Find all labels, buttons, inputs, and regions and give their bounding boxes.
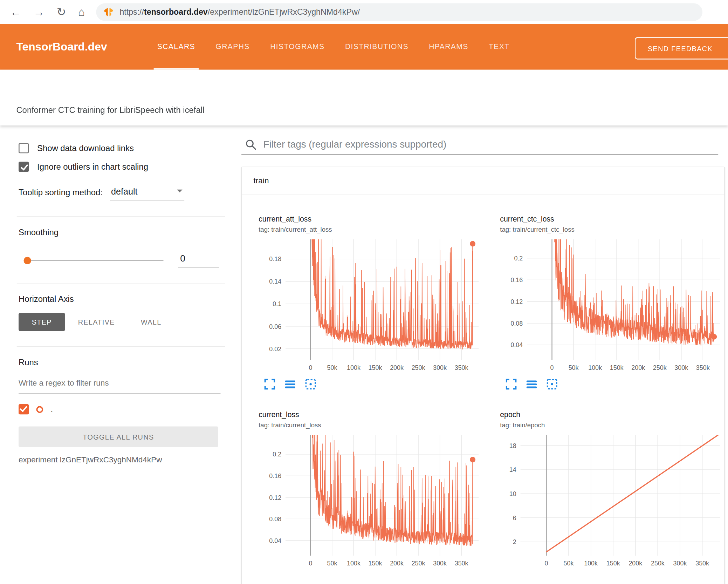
svg-text:350k: 350k <box>455 560 468 567</box>
fullscreen-icon[interactable] <box>263 378 276 391</box>
svg-text:150k: 150k <box>606 560 620 567</box>
tab-distributions[interactable]: DISTRIBUTIONS <box>335 24 419 70</box>
page-root: ← → ↻ ⌂ https://tensorboard.dev/experime… <box>0 0 728 584</box>
axis-relative-button[interactable]: RELATIVE <box>70 313 122 331</box>
svg-text:150k: 150k <box>610 364 624 371</box>
show-download-label: Show data download links <box>37 143 134 153</box>
svg-text:0.1: 0.1 <box>273 300 281 307</box>
lines-icon[interactable] <box>525 378 538 391</box>
fit-domain-icon[interactable] <box>304 378 317 391</box>
tooltip-sorting-label: Tooltip sorting method: <box>19 188 103 201</box>
chart-plot: 26101418050k100k150k200k250k300k350k <box>500 433 723 569</box>
chart-title: current_loss <box>259 410 483 419</box>
experiment-title: Conformer CTC training for LibriSpeech w… <box>16 106 204 115</box>
svg-text:100k: 100k <box>347 560 360 567</box>
home-icon[interactable]: ⌂ <box>78 7 85 18</box>
train-group-card: train current_att_loss tag: train/curren… <box>241 167 725 584</box>
svg-text:50k: 50k <box>327 560 337 567</box>
svg-text:250k: 250k <box>651 560 665 567</box>
browser-chrome: ← → ↻ ⌂ https://tensorboard.dev/experime… <box>0 0 728 24</box>
app-header: TensorBoard.dev SCALARS GRAPHS HISTOGRAM… <box>0 24 728 70</box>
settings-sidebar: Show data download links Ignore outliers… <box>0 125 232 584</box>
lines-icon[interactable] <box>284 378 297 391</box>
run-name: . <box>50 405 53 414</box>
axis-step-button[interactable]: STEP <box>19 313 65 331</box>
smoothing-value-input[interactable] <box>178 253 219 268</box>
axis-wall-button[interactable]: WALL <box>128 313 174 331</box>
refresh-icon[interactable]: ↻ <box>57 7 66 18</box>
svg-text:0.06: 0.06 <box>269 323 281 330</box>
svg-text:10: 10 <box>509 490 516 497</box>
run-row: . <box>19 404 220 414</box>
horizontal-axis-label: Horizontal Axis <box>19 294 220 304</box>
chart-toolbar <box>505 378 724 391</box>
svg-text:300k: 300k <box>674 364 688 371</box>
chart-canvas-current-att-loss[interactable]: 0.020.060.10.140.18050k100k150k200k250k3… <box>259 237 481 373</box>
tag-filter-row <box>241 138 718 155</box>
svg-text:50k: 50k <box>564 560 574 567</box>
chart-plot: 0.020.060.10.140.18050k100k150k200k250k3… <box>259 237 481 373</box>
tab-text[interactable]: TEXT <box>479 24 520 70</box>
svg-text:150k: 150k <box>369 560 382 567</box>
svg-text:0.12: 0.12 <box>510 298 523 305</box>
runs-filter-input[interactable] <box>19 377 220 394</box>
runs-label: Runs <box>19 358 220 367</box>
horizontal-axis-buttons: STEP RELATIVE WALL <box>19 313 220 331</box>
chart-plot: 0.040.080.120.160.2050k100k150k200k250k3… <box>259 433 481 569</box>
svg-text:2: 2 <box>513 538 516 545</box>
svg-text:0.14: 0.14 <box>269 278 281 285</box>
tab-hparams[interactable]: HPARAMS <box>419 24 479 70</box>
svg-text:0.16: 0.16 <box>510 277 523 284</box>
chart-canvas-epoch[interactable]: 26101418050k100k150k200k250k300k350k <box>500 433 723 569</box>
back-icon[interactable]: ← <box>10 7 21 18</box>
tab-histograms[interactable]: HISTOGRAMS <box>260 24 335 70</box>
svg-text:0.18: 0.18 <box>269 256 281 263</box>
chart-canvas-current-ctc-loss[interactable]: 0.040.080.120.160.2050k100k150k200k250k3… <box>500 237 723 373</box>
browser-nav-icons: ← → ↻ ⌂ <box>10 7 85 18</box>
svg-text:200k: 200k <box>390 560 404 567</box>
fullscreen-icon[interactable] <box>505 378 518 391</box>
tooltip-sorting-select[interactable]: default <box>110 186 184 201</box>
smoothing-slider-thumb[interactable] <box>24 257 31 264</box>
tensorboard-favicon <box>103 7 114 17</box>
smoothing-slider[interactable] <box>25 260 164 261</box>
svg-text:200k: 200k <box>631 364 645 371</box>
chart-card-current-loss: current_loss tag: train/current_loss 0.0… <box>242 391 483 569</box>
show-download-checkbox[interactable] <box>19 143 29 153</box>
chart-tag: tag: train/current_loss <box>259 421 483 429</box>
svg-text:0.2: 0.2 <box>273 451 281 458</box>
chart-toolbar <box>263 378 483 391</box>
svg-text:350k: 350k <box>696 364 710 371</box>
fit-domain-icon[interactable] <box>545 378 558 391</box>
svg-text:0: 0 <box>550 364 554 371</box>
tag-filter-input[interactable] <box>263 139 718 150</box>
url-path: /experiment/lzGnETjwRxC3yghNMd4kPw/ <box>208 7 360 17</box>
forward-icon[interactable]: → <box>33 7 44 18</box>
train-group-header[interactable]: train <box>242 167 724 195</box>
svg-text:300k: 300k <box>433 364 447 371</box>
sidebar-divider <box>17 283 225 283</box>
chart-canvas-current-loss[interactable]: 0.040.080.120.160.2050k100k150k200k250k3… <box>259 433 481 569</box>
chart-tag: tag: train/epoch <box>500 421 724 429</box>
experiment-id-label: experiment lzGnETjwRxC3yghNMd4kPw <box>19 455 220 465</box>
url-scheme: https:// <box>119 7 144 17</box>
nav-tabs: SCALARS GRAPHS HISTOGRAMS DISTRIBUTIONS … <box>147 24 520 70</box>
chart-title: epoch <box>500 410 724 419</box>
chart-card-current-att-loss: current_att_loss tag: train/current_att_… <box>242 195 483 391</box>
tab-scalars[interactable]: SCALARS <box>147 24 206 70</box>
url-host: tensorboard.dev <box>144 7 208 17</box>
svg-text:0.02: 0.02 <box>269 346 281 353</box>
chart-card-epoch: epoch tag: train/epoch 26101418050k100k1… <box>483 391 724 569</box>
svg-text:350k: 350k <box>695 560 709 567</box>
send-feedback-button[interactable]: SEND FEEDBACK <box>635 37 728 60</box>
run-checkbox[interactable] <box>19 404 29 414</box>
chart-tag: tag: train/current_ctc_loss <box>500 225 724 234</box>
ignore-outliers-checkbox[interactable] <box>19 162 29 172</box>
svg-text:300k: 300k <box>673 560 687 567</box>
svg-text:250k: 250k <box>412 560 425 567</box>
svg-text:0.04: 0.04 <box>510 341 523 348</box>
toggle-all-runs-button[interactable]: TOGGLE ALL RUNS <box>19 427 218 447</box>
svg-text:200k: 200k <box>390 364 404 371</box>
tab-graphs[interactable]: GRAPHS <box>205 24 260 70</box>
url-bar[interactable]: https://tensorboard.dev/experiment/lzGnE… <box>96 3 702 21</box>
